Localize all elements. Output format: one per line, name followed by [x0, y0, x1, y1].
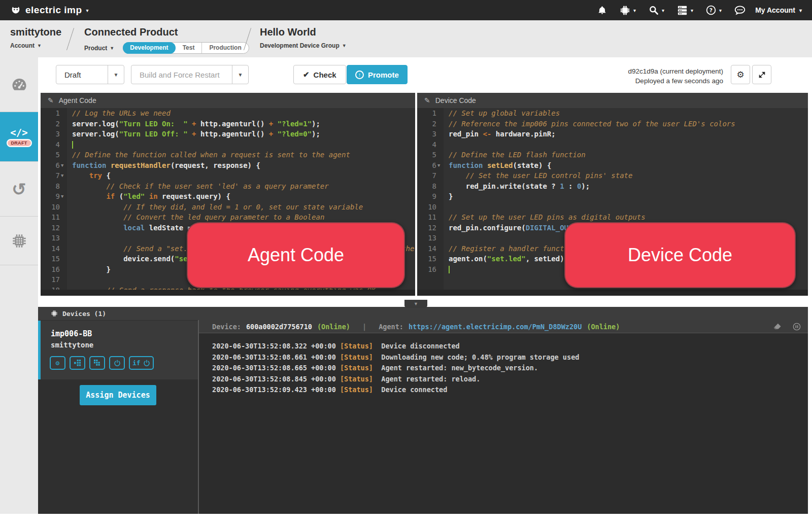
code-line[interactable]: 7 // Set the user LED control pins' stat… [417, 170, 808, 181]
build-action-caret[interactable]: ▼ [232, 65, 248, 84]
build-action-select[interactable]: Build and Force Restart ▼ [131, 65, 249, 84]
line-number: 17 [41, 274, 60, 285]
code-line[interactable]: 1// Log the URLs we need [41, 108, 415, 119]
sidebar-item-dashboard[interactable] [0, 57, 38, 112]
sidebar-item-devices[interactable] [0, 217, 38, 265]
draft-badge: DRAFT [7, 139, 32, 147]
chip-icon [51, 310, 58, 317]
line-number: 15 [41, 254, 60, 264]
help-question-icon: ? [706, 5, 716, 15]
code-line[interactable]: 1// Set up global variables [417, 108, 808, 119]
code-line[interactable]: 10 // If they did, and led = 1 or 0, set… [41, 202, 415, 213]
device-panel-header: ✎ Device Code [417, 93, 808, 108]
editor-settings-button[interactable]: ⚙ [731, 65, 750, 84]
sidebar-item-history[interactable]: ↺ [0, 162, 38, 216]
line-number: 1 [417, 108, 436, 119]
my-account-menu[interactable]: My Account ▾ [755, 6, 802, 14]
code-line[interactable]: 11// Set up the user LED pins as digital… [417, 212, 808, 223]
deployment-select-value: Draft [56, 71, 89, 79]
fold-toggle-icon[interactable]: ▼ [61, 160, 67, 171]
search-menu[interactable]: ▾ [646, 3, 667, 17]
fold-toggle-icon[interactable]: ▼ [437, 160, 444, 171]
history-icon: ↺ [12, 181, 26, 198]
line-number: 12 [41, 223, 60, 233]
device-hscrollbar[interactable] [417, 290, 808, 296]
device-conditional-restart-button[interactable]: if [129, 356, 154, 370]
code-line[interactable]: 2server.log("Turn LED On: " + http.agent… [41, 119, 415, 129]
code-line[interactable]: 9} [417, 191, 808, 202]
check-button[interactable]: ✔ Check [293, 65, 346, 84]
code-line[interactable]: 10 [417, 202, 808, 213]
device-panel-title: Device Code [435, 96, 476, 104]
code-line[interactable]: 2// Reference the imp006 pins connected … [417, 119, 808, 129]
feedback-chat-icon[interactable] [731, 3, 749, 17]
agent-hscrollbar[interactable] [41, 290, 415, 296]
product-caret-icon: ▼ [110, 46, 114, 51]
code-line[interactable]: 4 [41, 139, 415, 150]
log-entries[interactable]: 2020-06-30T13:52:08.322 +00:00 [Status] … [199, 334, 808, 514]
code-line[interactable]: 5// Define the function called when a re… [41, 150, 415, 160]
code-line[interactable]: 9▼ if ("led" in request.query) { [41, 191, 415, 202]
code-line[interactable]: 11 // Convert the led query parameter to… [41, 212, 415, 223]
line-number: 9 [417, 191, 436, 202]
notifications-bell-icon[interactable] [594, 4, 610, 17]
code-line[interactable]: 8 red_pin.write(state ? 1 : 0); [417, 181, 808, 192]
env-tab-development[interactable]: Development [123, 42, 175, 54]
resources-menu[interactable]: ▾ [674, 4, 696, 17]
clear-log-button[interactable] [773, 323, 782, 330]
code-line[interactable]: 6▼function setLed(state) { [417, 160, 808, 171]
deployment-select-caret[interactable]: ▼ [108, 65, 124, 84]
line-number: 13 [41, 233, 60, 243]
pause-log-button[interactable] [793, 323, 801, 331]
text-cursor [72, 141, 73, 149]
breadcrumb: smittytone Account▼ Connected Product Pr… [0, 20, 812, 57]
assign-devices-button[interactable]: Assign Devices [80, 385, 156, 405]
agent-code-callout: Agent Code [187, 222, 405, 288]
my-account-label: My Account [755, 6, 795, 14]
logo[interactable]: electric imp ▾ [10, 5, 89, 16]
device-card[interactable]: imp006-BB smittytone ⚙ if [38, 321, 198, 379]
environment-tabs: DevelopmentTestProduction [123, 42, 249, 54]
search-icon [649, 5, 659, 15]
line-number: 11 [417, 212, 436, 223]
product-dropdown[interactable]: Product▼ [84, 45, 114, 52]
power-icon [114, 360, 121, 367]
log-entry: 2020-06-30T13:52:08.322 +00:00 [Status] … [212, 341, 808, 352]
devices-menu[interactable]: ▾ [617, 3, 639, 18]
line-number: 16 [417, 264, 436, 275]
line-number: 7 [41, 170, 60, 181]
code-line[interactable]: 3red_pin <- hardware.pinR; [417, 129, 808, 139]
fullscreen-button[interactable] [752, 65, 771, 84]
code-line[interactable]: 8 // Check if the user sent 'led' as a q… [41, 181, 415, 192]
env-tab-production[interactable]: Production [202, 43, 248, 53]
fold-toggle-icon[interactable]: ▼ [61, 191, 67, 202]
code-line[interactable]: 5// Define the LED flash function [417, 150, 808, 160]
fold-toggle-icon[interactable]: ▼ [61, 170, 67, 181]
device-blinkup-button[interactable] [89, 356, 105, 370]
sidebar-item-code[interactable]: </> DRAFT [0, 112, 38, 161]
device-migrate-button[interactable] [70, 356, 85, 370]
devices-panel-collapse-handle[interactable]: ▼ [404, 300, 427, 308]
code-line[interactable]: 7▼ try { [41, 170, 415, 181]
device-settings-button[interactable]: ⚙ [50, 356, 65, 370]
device-group-title: Hello World [260, 26, 347, 38]
line-number: 7 [417, 170, 436, 181]
line-number: 9 [41, 191, 60, 202]
device-group-dropdown[interactable]: Development Device Group▼ [260, 42, 347, 49]
line-number: 2 [417, 119, 436, 129]
code-line[interactable]: 6▼function requestHandler(request, respo… [41, 160, 415, 171]
promote-button[interactable]: ↑ Promote [347, 65, 408, 84]
code-line[interactable]: 4 [417, 139, 808, 150]
account-dropdown[interactable]: Account▼ [10, 42, 61, 49]
agent-url-link[interactable]: https://agent.electricimp.com/PmN_D8DWz2… [409, 323, 582, 331]
line-number: 5 [41, 150, 60, 160]
device-restart-button[interactable] [109, 356, 125, 370]
env-tab-test[interactable]: Test [176, 43, 202, 53]
code-line[interactable]: 3server.log("Turn LED Off: " + http.agen… [41, 129, 415, 139]
deployment-select[interactable]: Draft ▼ [56, 65, 124, 84]
migrate-squares-icon [74, 359, 81, 367]
promote-icon: ↑ [355, 71, 364, 79]
my-account-caret-icon: ▾ [799, 8, 802, 13]
help-menu[interactable]: ? ▾ [703, 3, 725, 17]
svg-text:?: ? [709, 7, 713, 14]
